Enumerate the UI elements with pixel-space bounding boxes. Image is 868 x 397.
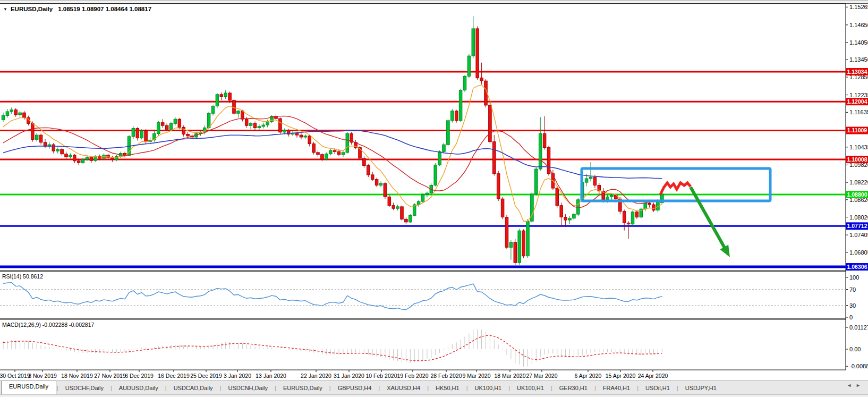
svg-text:18 Nov 2019: 18 Nov 2019	[61, 373, 93, 379]
svg-text:13 Jan 2020: 13 Jan 2020	[256, 373, 286, 379]
svg-text:1.11009: 1.11009	[847, 127, 867, 133]
svg-text:1.13034: 1.13034	[847, 69, 867, 75]
chart-tab-gbpusd-h4[interactable]: GBPUSD,H4	[331, 383, 378, 393]
price-axis: 1.152651.146501.140501.134501.128501.122…	[846, 4, 868, 271]
tab-scroll-controls: ◄►	[847, 383, 865, 388]
chart-tab-audusd-daily[interactable]: AUDUSD,Daily	[113, 383, 165, 393]
chart-tab-hk50-h1[interactable]: HK50,H1	[429, 383, 466, 393]
svg-text:30: 30	[849, 302, 856, 309]
svg-text:6 Dec 2019: 6 Dec 2019	[125, 373, 154, 379]
svg-text:27 Mar 2020: 27 Mar 2020	[526, 373, 558, 379]
svg-text:25 Dec 2019: 25 Dec 2019	[190, 373, 222, 379]
svg-text:1.07712: 1.07712	[847, 223, 867, 229]
svg-text:19 Feb 2020: 19 Feb 2020	[397, 373, 429, 379]
annotations-layer[interactable]	[582, 168, 770, 257]
macd-indicator-label: MACD(12,26,9) -0.002288 -0.002817	[2, 322, 94, 328]
svg-text:27 Nov 2019: 27 Nov 2019	[94, 373, 126, 379]
svg-text:24 Apr 2020: 24 Apr 2020	[638, 373, 668, 379]
svg-text:1.06306: 1.06306	[847, 264, 867, 270]
moving-averages-layer	[3, 85, 662, 222]
chart-tabs-bar: EURUSD,Daily|USDCHF,Daily|AUDUSD,Daily|U…	[0, 381, 868, 394]
svg-text:0.00: 0.00	[849, 346, 861, 352]
candlestick-chart-canvas[interactable]: 1.152651.146501.140501.134501.128501.122…	[0, 0, 868, 397]
svg-text:6 Apr 2020: 6 Apr 2020	[575, 373, 602, 379]
chart-tab-uk100-h1[interactable]: UK100,H1	[510, 383, 550, 393]
svg-text:1.14050: 1.14050	[849, 39, 868, 46]
rsi-pane: 10070300	[0, 274, 859, 320]
chart-tab-xauusd-h4[interactable]: XAUUSD,H4	[380, 383, 427, 393]
chart-tab-usdchf-daily[interactable]: USDCHF,Daily	[59, 383, 110, 393]
svg-text:18 Mar 2020: 18 Mar 2020	[495, 373, 526, 379]
svg-text:70: 70	[849, 286, 856, 293]
svg-text:0: 0	[849, 314, 853, 320]
macd-signal-line	[3, 335, 662, 361]
chart-dropdown-icon[interactable]: ▼	[3, 7, 7, 12]
svg-text:1.10008: 1.10008	[847, 156, 867, 163]
window-bottom-edge	[0, 394, 868, 397]
chart-tab-usdcnh-daily[interactable]: USDCNH,Daily	[222, 383, 274, 393]
pane-borders	[0, 4, 846, 370]
svg-text:1.14650: 1.14650	[849, 22, 868, 28]
svg-text:1.08800: 1.08800	[847, 191, 867, 198]
chart-tab-usdcad-daily[interactable]: USDCAD,Daily	[167, 383, 219, 393]
macd-pane: 0.0112770.00-0.008845	[3, 324, 868, 369]
svg-text:9 Mar 2020: 9 Mar 2020	[462, 373, 490, 379]
svg-text:100: 100	[849, 274, 859, 281]
projected-path-zigzag	[660, 183, 691, 195]
svg-text:1.12235: 1.12235	[849, 92, 868, 98]
chart-tab-fra40-h1[interactable]: FRA40,H1	[597, 383, 636, 393]
svg-text:31 Jan 2020: 31 Jan 2020	[334, 373, 364, 379]
svg-text:1.09220: 1.09220	[849, 179, 868, 185]
chart-tab-usoil-h1[interactable]: USOil,H1	[639, 383, 676, 393]
candles-layer	[2, 16, 663, 265]
chart-tab-ger30-h1[interactable]: GER30,H1	[553, 383, 594, 393]
svg-text:22 Jan 2020: 22 Jan 2020	[301, 373, 331, 379]
tab-scroll-right-icon[interactable]: ►	[856, 383, 865, 388]
svg-text:1.06805: 1.06805	[849, 249, 868, 256]
svg-text:1.11635: 1.11635	[849, 109, 868, 115]
date-axis: 30 Oct 20198 Nov 201918 Nov 201927 Nov 2…	[0, 370, 668, 379]
svg-text:0.011277: 0.011277	[849, 324, 868, 331]
tab-scroll-left-icon[interactable]: ◄	[847, 383, 856, 388]
chart-ohlc-values: 1.08519 1.08907 1.08464 1.08817	[58, 6, 151, 12]
svg-text:1.10435: 1.10435	[849, 144, 868, 150]
chart-title: ▼EURUSD,Daily1.08519 1.08907 1.08464 1.0…	[3, 6, 151, 12]
chart-symbol-label: EURUSD,Daily	[11, 6, 53, 12]
chart-tab-eurusd-daily[interactable]: EURUSD,Daily	[277, 383, 329, 393]
downtrend-arrow-shaft	[691, 187, 727, 252]
ma-fast-line	[3, 85, 662, 222]
svg-text:1.15265: 1.15265	[849, 4, 868, 10]
svg-text:10 Feb 2020: 10 Feb 2020	[366, 373, 397, 379]
svg-text:1.13450: 1.13450	[849, 56, 868, 63]
svg-text:1.08020: 1.08020	[849, 214, 868, 221]
chart-tab-eurusd-daily[interactable]: EURUSD,Daily	[1, 381, 56, 395]
svg-text:8 Nov 2019: 8 Nov 2019	[28, 373, 57, 379]
ma-slow-line	[3, 130, 662, 179]
svg-text:28 Feb 2020: 28 Feb 2020	[431, 373, 462, 379]
svg-text:1.12004: 1.12004	[847, 98, 867, 105]
svg-text:16 Dec 2019: 16 Dec 2019	[158, 373, 190, 379]
chart-tab-uk100-h1[interactable]: UK100,H1	[468, 383, 508, 393]
svg-text:30 Oct 2019: 30 Oct 2019	[0, 373, 30, 379]
terminal-window: 1.152651.146501.140501.134501.128501.122…	[0, 0, 868, 397]
svg-text:15 Apr 2020: 15 Apr 2020	[606, 373, 636, 379]
rsi-indicator-label: RSI(14) 50.8612	[2, 273, 43, 280]
svg-text:3 Jan 2020: 3 Jan 2020	[224, 373, 251, 379]
svg-text:1.07405: 1.07405	[849, 232, 868, 238]
chart-tab-usdjpy-h1[interactable]: USDJPY,H1	[679, 383, 723, 393]
svg-text:-0.008845: -0.008845	[849, 363, 868, 369]
